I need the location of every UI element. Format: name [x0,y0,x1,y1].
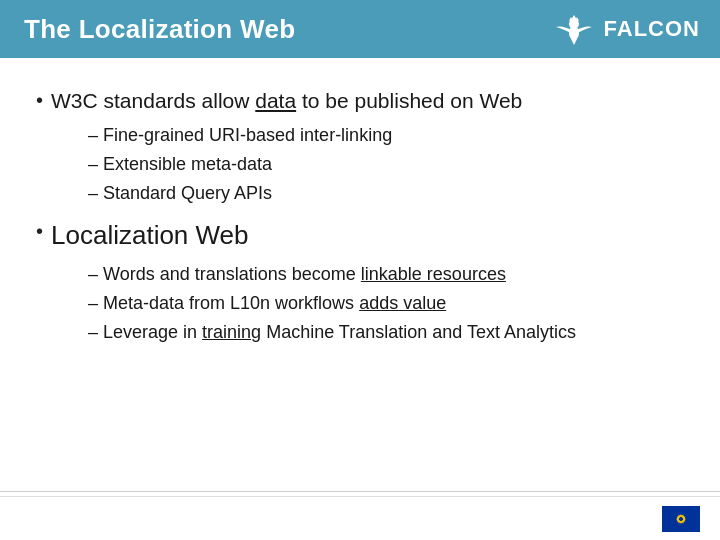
section-locweb: • Localization Web Words and translation… [36,217,684,346]
footer-divider [0,491,720,492]
slide-title: The Localization Web [24,14,295,45]
main-content: • W3C standards allow data to be publish… [0,58,720,496]
sub-bullets-w3c: Fine-grained URI-based inter-linking Ext… [36,122,684,207]
linkable-resources-underline: linkable resources [361,264,506,284]
adds-value-underline: adds value [359,293,446,313]
sub-bullets-locweb: Words and translations become linkable r… [36,261,684,346]
bullet-dot-1: • [36,86,43,114]
slide: The Localization Web [0,0,720,540]
eu-flag-icon [662,506,700,532]
bullet-dot-2: • [36,217,43,245]
logo-area: FALCON [552,7,700,51]
bullet-locweb-text: Localization Web [51,217,249,255]
sub-bullet-6: Leverage in training Machine Translation… [88,319,684,346]
bullet-locweb: • Localization Web [36,217,684,255]
bullet-w3c: • W3C standards allow data to be publish… [36,86,684,116]
sub-bullet-2: Extensible meta-data [88,151,684,178]
falcon-label: FALCON [604,16,700,42]
training-underline: training [202,322,261,342]
sub-bullet-4: Words and translations become linkable r… [88,261,684,288]
sub-bullet-1: Fine-grained URI-based inter-linking [88,122,684,149]
section-w3c: • W3C standards allow data to be publish… [36,86,684,207]
data-underline: data [255,89,296,112]
sub-bullet-5: Meta-data from L10n workflows adds value [88,290,684,317]
falcon-icon [552,7,596,51]
svg-rect-2 [662,506,700,532]
footer [0,496,720,540]
bullet-w3c-text: W3C standards allow data to be published… [51,86,522,116]
sub-bullet-3: Standard Query APIs [88,180,684,207]
header-bar: The Localization Web [0,0,720,58]
